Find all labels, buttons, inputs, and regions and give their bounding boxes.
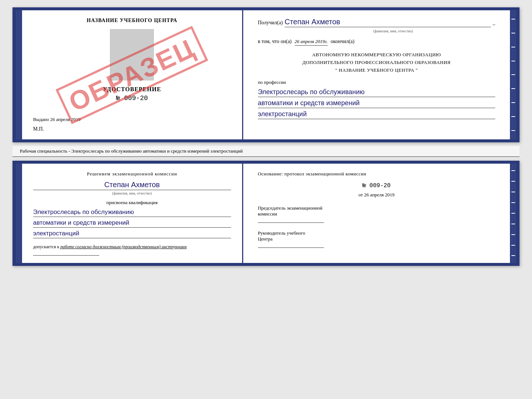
qualification-line2: автоматики и средств измерений: [33, 219, 231, 228]
vydano-label: Выдано: [33, 117, 49, 122]
rukovoditel-block: Руководитель учебного Центра: [258, 230, 495, 248]
top-left-panel: НАЗВАНИЕ УЧЕБНОГО ЦЕНТРА УДОСТОВЕРЕНИЕ №…: [22, 10, 243, 139]
fio-subtitle-top: (фамилия, имя, отчество): [291, 29, 495, 33]
dopuskaetsya-block: допускается к работе согласно должностны…: [33, 241, 231, 250]
rukovoditel-line1: Руководитель учебного: [258, 230, 495, 236]
poluchil-label: Получил(а): [258, 20, 283, 26]
top-document: НАЗВАНИЕ УЧЕБНОГО ЦЕНТРА УДОСТОВЕРЕНИЕ №…: [12, 7, 520, 142]
udostoverenie-number: № 009-20: [116, 95, 148, 102]
protocol-number: № 009-20: [258, 182, 495, 189]
bottom-left-panel: Решением экзаменационной комиссии Степан…: [22, 164, 243, 263]
middle-text-content: Рабочая специальность - Электрослесарь п…: [20, 148, 243, 154]
recipient-name-top: Степан Ахметов: [285, 18, 491, 27]
profession-line2-top: автоматики и средств измерений: [258, 99, 495, 108]
rukovoditel-line2: Центра: [258, 236, 495, 242]
spine-right-bottom: [510, 164, 517, 263]
prisvoena-label: присвоена квалификация: [33, 200, 231, 206]
poluchil-line: Получил(а) Степан Ахметов _: [258, 18, 495, 27]
fio-subtitle-bottom: (фамилия, имя, отчество): [33, 191, 231, 195]
spine-left-bottom: [15, 164, 22, 263]
ot-date-block: от 26 апреля 2019: [258, 192, 495, 198]
predsedatel-line2: комиссии: [258, 211, 495, 217]
vtom-label: в том, что он(а): [258, 39, 292, 44]
org-line1: АВТОНОМНУЮ НЕКОММЕРЧЕСКУЮ ОРГАНИЗАЦИЮ: [258, 51, 495, 59]
resheniem-label: Решением экзаменационной комиссии: [33, 171, 231, 177]
vydano-line: Выдано 26 апреля 2019: [33, 117, 80, 122]
org-line2: ДОПОЛНИТЕЛЬНОГО ПРОФЕССИОНАЛЬНОГО ОБРАЗО…: [258, 59, 495, 67]
vtom-line: в том, что он(а) 26 апреля 2019г. окончи…: [258, 39, 495, 46]
po-professii-label: по профессии: [258, 79, 495, 85]
spine-left: [15, 10, 22, 139]
org-line3: " НАЗВАНИЕ УЧЕБНОГО ЦЕНТРА ": [258, 67, 495, 74]
bottom-document: Решением экзаменационной комиссии Степан…: [12, 161, 520, 266]
signature-predsedatel: [258, 222, 324, 223]
osnovanie-label: Основание: протокол экзаменационной коми…: [258, 171, 495, 177]
recipient-name-bottom: Степан Ахметов: [33, 181, 231, 190]
top-right-panel: Получил(а) Степан Ахметов _ (фамилия, им…: [243, 10, 510, 139]
date-value-top: 26 апреля 2019г.: [295, 39, 328, 46]
school-name-top: НАЗВАНИЕ УЧЕБНОГО ЦЕНТРА: [87, 18, 177, 24]
photo-placeholder: [110, 29, 154, 81]
qualification-line3: электростанций: [33, 230, 231, 238]
dopuskaetsya-label: допускается к: [33, 244, 59, 249]
middle-text: Рабочая специальность - Электрослесарь п…: [12, 146, 520, 157]
ot-label: от: [359, 192, 363, 197]
profession-line1-top: Электрослесарь по обслуживанию: [258, 88, 495, 97]
mp-line: М.П.: [33, 126, 44, 132]
qualification-line1: Электрослесарь по обслуживанию: [33, 209, 231, 217]
signature-rukovoditel: [258, 247, 324, 248]
spine-right-top: [510, 10, 517, 139]
signature-line-bottom-left: [33, 255, 99, 256]
profession-line3-top: электростанций: [258, 110, 495, 119]
predsedatel-line1: Председатель экзаменационной: [258, 205, 495, 211]
vydano-date: 26 апреля 2019: [50, 117, 81, 122]
dopuskaetsya-value: работе согласно должностным (производств…: [60, 244, 187, 249]
udostoverenie-label: УДОСТОВЕРЕНИЕ: [103, 86, 161, 93]
okonchil-label: окончил(а): [331, 39, 355, 44]
bottom-right-panel: Основание: протокол экзаменационной коми…: [243, 164, 510, 263]
predsedatel-block: Председатель экзаменационной комиссии: [258, 205, 495, 223]
ot-date-value: 26 апреля 2019: [364, 192, 395, 197]
org-block: АВТОНОМНУЮ НЕКОММЕРЧЕСКУЮ ОРГАНИЗАЦИЮ ДО…: [258, 51, 495, 74]
